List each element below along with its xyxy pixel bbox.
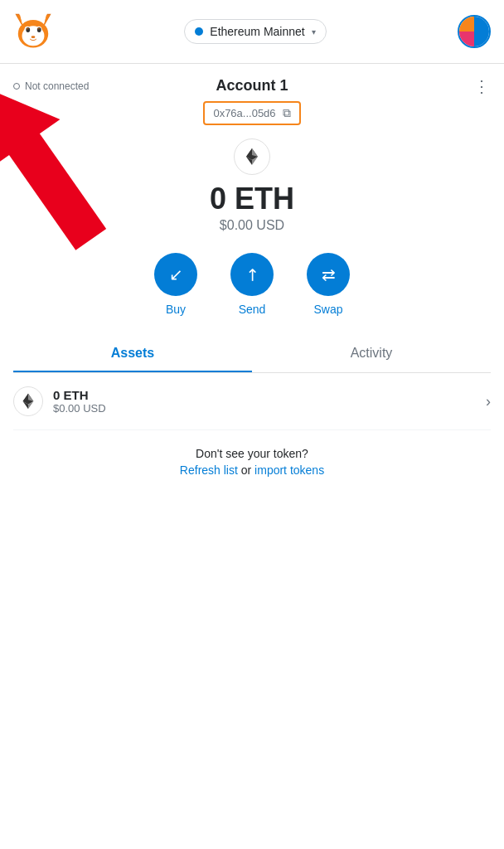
account-avatar[interactable] (458, 15, 491, 48)
network-name: Ethereum Mainnet (210, 25, 304, 38)
send-icon: ↗ (240, 263, 264, 287)
buy-button[interactable]: ↙ (154, 253, 197, 296)
account-section: Not connected Account 1 ⋮ (0, 64, 504, 98)
chevron-down-icon: ▾ (312, 27, 316, 36)
swap-button[interactable]: ⇄ (307, 253, 350, 296)
connection-dot-icon (13, 83, 20, 90)
send-button-wrapper[interactable]: ↗ Send (230, 253, 274, 316)
footer: Don't see your token? Refresh list or im… (0, 430, 504, 493)
balance-eth: 0 ETH (210, 182, 294, 216)
wallet-address: 0x76a...05d6 (213, 107, 275, 119)
footer-links: Refresh list or import tokens (13, 463, 491, 477)
buy-button-wrapper[interactable]: ↙ Buy (154, 253, 197, 316)
metamask-logo[interactable] (13, 10, 53, 53)
send-label: Send (239, 303, 266, 316)
asset-balance: 0 ETH (53, 388, 486, 402)
footer-or-text: or (241, 463, 254, 477)
tabs: Assets Activity (13, 336, 491, 373)
action-buttons: ↙ Buy ↗ Send ⇄ Swap (0, 246, 504, 336)
network-status-dot (195, 27, 203, 36)
refresh-list-link[interactable]: Refresh list (180, 463, 238, 477)
asset-info: 0 ETH $0.00 USD (53, 388, 486, 415)
copy-icon: ⧉ (283, 106, 291, 120)
asset-eth-icon (13, 386, 43, 416)
avatar-graphic (459, 17, 489, 46)
asset-usd-value: $0.00 USD (53, 402, 486, 415)
buy-label: Buy (166, 303, 186, 316)
import-tokens-link[interactable]: import tokens (254, 463, 324, 477)
balance-section: 0 ETH $0.00 USD (0, 132, 504, 246)
connection-status: Not connected (13, 80, 89, 92)
address-copy-button[interactable]: 0x76a...05d6 ⧉ (203, 101, 300, 125)
asset-row[interactable]: 0 ETH $0.00 USD › (13, 373, 491, 430)
assets-list: 0 ETH $0.00 USD › (0, 373, 504, 430)
send-button[interactable]: ↗ (230, 253, 274, 296)
svg-point-11 (27, 28, 29, 30)
tab-assets[interactable]: Assets (13, 336, 252, 372)
balance-usd: $0.00 USD (220, 218, 284, 233)
more-options-button[interactable]: ⋮ (473, 76, 491, 96)
footer-question: Don't see your token? (13, 447, 491, 460)
asset-chevron-right-icon: › (486, 393, 491, 410)
svg-point-12 (37, 28, 40, 30)
account-name: Account 1 (216, 77, 288, 95)
swap-label: Swap (313, 303, 342, 316)
svg-point-13 (32, 36, 36, 38)
swap-button-wrapper[interactable]: ⇄ Swap (307, 253, 350, 316)
eth-logo (234, 138, 270, 175)
address-container: 0x76a...05d6 ⧉ (0, 101, 504, 125)
buy-icon: ↙ (169, 264, 183, 284)
network-selector[interactable]: Ethereum Mainnet ▾ (184, 19, 326, 44)
swap-icon: ⇄ (322, 264, 336, 284)
header: Ethereum Mainnet ▾ (0, 0, 504, 64)
svg-rect-19 (0, 120, 106, 250)
not-connected-label: Not connected (25, 80, 89, 92)
tab-activity[interactable]: Activity (252, 336, 491, 372)
